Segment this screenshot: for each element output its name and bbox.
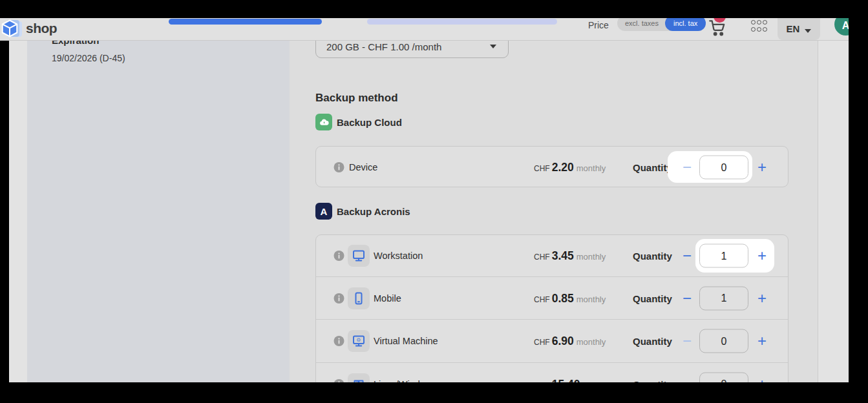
info-icon[interactable] — [333, 293, 344, 304]
backup-acronis-icon: A — [315, 203, 332, 220]
table-row-virtual-machine: Virtual Machine CHF6.90monthly Quantity … — [316, 319, 788, 362]
item-label: Mobile — [374, 293, 401, 304]
storage-size-select[interactable]: 200 GB - CHF 1.00 /month — [315, 40, 509, 58]
item-label: Virtual Machine — [374, 336, 438, 346]
info-icon[interactable] — [333, 162, 344, 173]
item-label: Workstation — [374, 251, 423, 261]
item-price: CHF0.85monthly — [534, 291, 606, 305]
item-price: CHF6.90monthly — [534, 335, 606, 348]
quantity-increase-button[interactable]: + — [750, 287, 774, 310]
page-left-gutter — [9, 40, 27, 382]
quantity-label: Quantity — [633, 162, 672, 173]
quantity-label: Quantity — [633, 336, 672, 347]
method-name: Backup Cloud — [337, 117, 402, 128]
method-name: Backup Acronis — [337, 206, 410, 217]
progress-step-active — [169, 19, 322, 25]
top-black-bar — [0, 0, 868, 18]
cube-icon — [0, 19, 19, 38]
server-icon — [348, 373, 370, 383]
quantity-decrease-button[interactable]: − — [675, 244, 699, 267]
quantity-label: Quantity — [633, 251, 672, 262]
table-row-workstation: Workstation CHF3.45monthly Quantity − + — [316, 235, 788, 276]
virtual-machine-icon — [348, 330, 370, 352]
quantity-decrease-button[interactable]: − — [675, 329, 699, 353]
app-window: shop Price excl. taxes incl. tax EN A — [0, 0, 868, 403]
main-content: 200 GB - CHF 1.00 /month Backup method B… — [290, 40, 818, 382]
language-value: EN — [787, 23, 800, 34]
expiration-value: 19/02/2026 (D-45) — [52, 53, 125, 63]
table-row-linux-windows-server: Linux/Windows server CHF15.40monthly Qua… — [316, 362, 788, 382]
quantity-input[interactable] — [699, 329, 748, 353]
apps-grid-button[interactable] — [751, 20, 766, 32]
acronis-card: Workstation CHF3.45monthly Quantity − + — [315, 234, 789, 382]
chevron-down-icon — [805, 29, 811, 33]
quantity-input[interactable] — [699, 286, 748, 310]
quantity-decrease-button[interactable]: − — [675, 373, 699, 383]
section-title: Backup method — [315, 92, 398, 105]
quantity-increase-button[interactable]: + — [750, 373, 774, 383]
quantity-decrease-button[interactable]: − — [675, 287, 699, 310]
table-row-mobile: Mobile CHF0.85monthly Quantity − + — [316, 276, 788, 319]
quantity-decrease-button[interactable]: − — [675, 156, 699, 179]
table-row-device: Device CHF2.20monthly Quantity − + — [316, 147, 788, 188]
storage-size-value: 200 GB - CHF 1.00 /month — [326, 41, 441, 52]
brand-title[interactable]: shop — [26, 21, 57, 36]
item-price: CHF15.40monthly — [534, 377, 612, 382]
scrollbar-track[interactable] — [818, 40, 849, 382]
right-black-bar — [849, 0, 868, 403]
mobile-icon — [348, 287, 370, 309]
info-icon[interactable] — [333, 251, 344, 262]
info-icon[interactable] — [333, 336, 344, 347]
progress-step-upcoming — [367, 19, 557, 25]
chevron-down-icon — [490, 45, 496, 48]
expiration-label: Expiration — [52, 40, 99, 46]
method-backup-acronis: A Backup Acronis — [315, 203, 410, 220]
shop-logo-icon[interactable] — [0, 18, 23, 39]
quantity-increase-button[interactable]: + — [750, 329, 774, 353]
sidebar: Expiration 19/02/2026 (D-45) — [27, 40, 290, 382]
quantity-input[interactable] — [699, 156, 748, 180]
price-label: Price — [588, 20, 609, 30]
item-price: CHF3.45monthly — [534, 249, 606, 263]
quantity-label: Quantity — [633, 293, 672, 304]
device-card: Device CHF2.20monthly Quantity − + — [315, 146, 789, 187]
method-backup-cloud: Backup Cloud — [315, 114, 402, 130]
quantity-input[interactable] — [699, 244, 748, 268]
backup-cloud-icon — [315, 114, 332, 130]
item-price: CHF2.20monthly — [534, 161, 606, 174]
quantity-increase-button[interactable]: + — [750, 244, 774, 267]
quantity-increase-button[interactable]: + — [750, 156, 774, 179]
bottom-black-bar — [0, 382, 868, 403]
workstation-icon — [348, 245, 370, 267]
item-label: Device — [349, 162, 377, 172]
tax-toggle-excl[interactable]: excl. taxes — [617, 19, 665, 27]
top-header: shop Price excl. taxes incl. tax EN A — [0, 18, 849, 41]
quantity-input[interactable] — [699, 372, 748, 382]
